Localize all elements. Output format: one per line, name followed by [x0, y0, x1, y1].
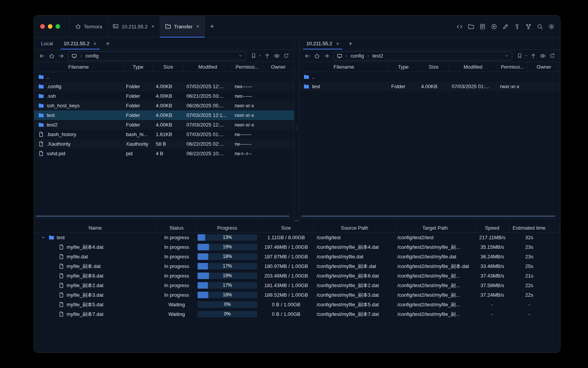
caret-down-icon[interactable]: [524, 54, 528, 58]
column-header[interactable]: Type: [389, 62, 418, 72]
key-icon[interactable]: [514, 23, 520, 30]
code-icon[interactable]: [456, 23, 463, 30]
record-icon[interactable]: [491, 23, 497, 30]
transfer-row[interactable]: myfile.dat In progress 18% 187.87MB / 1.…: [34, 252, 560, 261]
transfer-row[interactable]: myfile_副本7.dat Waiting 0% 0 B / 1.00GB /…: [34, 309, 560, 319]
tab-label: Transfer: [174, 24, 193, 30]
search-icon[interactable]: [537, 23, 543, 30]
transfer-row[interactable]: myfile_副本2.dat In progress 17% 181.43MB …: [34, 281, 560, 290]
new-tab-button[interactable]: +: [345, 38, 356, 49]
file-row[interactable]: .ssh Folder 4.00KB 06/21/2025 03:... rwx…: [34, 91, 294, 101]
tab-remote-host[interactable]: 10.211.55.2 ×: [58, 38, 102, 49]
breadcrumb[interactable]: config: [68, 51, 246, 61]
eye-button[interactable]: [538, 51, 547, 60]
transfer-row[interactable]: myfile_副本3.dat In progress 18% 189.52MB …: [34, 290, 560, 300]
tab-remote-host[interactable]: 10.211.55.2 ×: [301, 38, 345, 49]
transfer-row[interactable]: myfile_副本4.dat In progress 19% 197.48MB …: [34, 242, 560, 252]
column-header[interactable]: Target Path: [395, 223, 475, 232]
file-permissions: rwx------: [232, 84, 263, 89]
column-header[interactable]: Speed: [475, 223, 509, 232]
close-tab-icon[interactable]: ×: [93, 41, 96, 46]
file-row[interactable]: ..: [34, 72, 294, 82]
tab-termora[interactable]: Termora: [69, 16, 108, 37]
home-button[interactable]: [312, 51, 321, 60]
horizontal-scrollbar[interactable]: [36, 215, 289, 217]
file-row[interactable]: test2 Folder 4.00KB 07/03/2025 12:... rw…: [34, 120, 294, 130]
file-row[interactable]: sshd.pid pid 4 B 06/22/2025 10:... rw-r-…: [34, 149, 294, 158]
close-tab-icon[interactable]: ×: [336, 41, 339, 46]
transfer-row[interactable]: test In progress 13% 1.11GB / 8.00GB /co…: [34, 233, 560, 242]
git-branch-icon[interactable]: [525, 23, 532, 30]
tab-transfer[interactable]: Transfer ×: [160, 16, 205, 37]
column-header[interactable]: Status: [157, 223, 197, 232]
close-tab-icon[interactable]: ×: [196, 24, 199, 29]
transfer-row[interactable]: myfile_副本.dat In progress 17% 180.97MB /…: [34, 261, 560, 271]
up-directory-button[interactable]: [529, 51, 537, 60]
chevron-down-icon[interactable]: [238, 53, 243, 58]
forward-button[interactable]: [322, 51, 331, 60]
file-row[interactable]: .Xauthority Xauthority 58 B 06/22/2025 0…: [34, 139, 294, 149]
tab-host[interactable]: 10.211.55.2 ×: [108, 16, 160, 37]
close-tab-icon[interactable]: ×: [151, 24, 154, 29]
caret-down-icon[interactable]: [258, 54, 262, 58]
bookmark-button[interactable]: [515, 51, 524, 60]
settings-icon[interactable]: [548, 23, 555, 30]
column-header[interactable]: Estimated time: [509, 223, 549, 232]
chevron-down-icon[interactable]: [504, 53, 509, 58]
expand-chevron-icon[interactable]: [39, 235, 46, 240]
transfer-row[interactable]: myfile_副本6.dat In progress 19% 203.48MB …: [34, 271, 560, 281]
column-header[interactable]: Size: [153, 62, 184, 72]
breadcrumb[interactable]: config test2: [333, 51, 512, 61]
file-name: ..: [312, 74, 315, 80]
column-header[interactable]: Permissi...: [232, 62, 263, 72]
column-header[interactable]: Owner: [263, 62, 294, 72]
eye-button[interactable]: [272, 51, 281, 60]
column-header[interactable]: Filename: [34, 62, 123, 72]
column-header[interactable]: Name: [34, 223, 157, 232]
refresh-button[interactable]: [282, 51, 291, 60]
folder-icon[interactable]: [468, 23, 474, 30]
column-header[interactable]: Size: [418, 62, 449, 72]
minimize-window-button[interactable]: [48, 24, 52, 29]
breadcrumb-segment[interactable]: config: [350, 53, 364, 59]
close-window-button[interactable]: [40, 24, 45, 29]
file-row[interactable]: test Folder 4.00KB 07/03/2025 01:... rwx…: [299, 82, 560, 91]
home-button[interactable]: [47, 51, 56, 60]
column-header[interactable]: Modified: [449, 62, 497, 72]
up-directory-button[interactable]: [263, 51, 271, 60]
back-button[interactable]: [38, 51, 46, 60]
tab-local[interactable]: Local: [36, 38, 58, 49]
horizontal-scrollbar[interactable]: [301, 215, 555, 217]
file-row[interactable]: test Folder 4.00KB 07/03/2025 12:1... rw…: [34, 110, 294, 120]
column-header[interactable]: Permissi...: [497, 62, 528, 72]
column-header[interactable]: Filename: [299, 62, 389, 72]
panel-splitter[interactable]: ⋮: [294, 38, 299, 218]
file-modified: 07/02/2025 12:...: [184, 84, 232, 89]
log-icon[interactable]: [479, 23, 486, 30]
computer-icon: [71, 53, 77, 59]
column-header[interactable]: Type: [123, 62, 153, 72]
bookmark-button[interactable]: [249, 51, 258, 60]
back-button[interactable]: [303, 51, 312, 60]
file-row[interactable]: .config Folder 4.00KB 07/02/2025 12:... …: [34, 82, 294, 91]
column-header[interactable]: Progress: [197, 223, 258, 232]
file-size: 4.00KB: [153, 93, 184, 99]
column-header[interactable]: Modified: [184, 62, 232, 72]
refresh-button[interactable]: [548, 51, 557, 60]
file-row[interactable]: ssh_host_keys Folder 4.00KB 06/26/2025 0…: [34, 101, 294, 110]
file-row[interactable]: .bash_history bash_hi... 1.61KB 07/03/20…: [34, 130, 294, 139]
new-tab-button[interactable]: +: [102, 38, 114, 49]
file-row[interactable]: ..: [299, 72, 560, 82]
breadcrumb-segment[interactable]: test2: [372, 53, 384, 59]
new-tab-button[interactable]: +: [205, 16, 220, 37]
transfer-splitter[interactable]: •••: [34, 219, 560, 223]
column-header[interactable]: Owner: [528, 62, 560, 72]
progress-percentage: 18%: [198, 292, 257, 298]
edit-icon[interactable]: [502, 23, 509, 30]
breadcrumb-segment[interactable]: config: [85, 53, 99, 59]
column-header[interactable]: Source Path: [314, 223, 395, 232]
column-header[interactable]: Size: [258, 223, 314, 232]
forward-button[interactable]: [57, 51, 65, 60]
zoom-window-button[interactable]: [56, 24, 60, 29]
transfer-row[interactable]: myfile_副本5.dat Waiting 0% 0 B / 1.00GB /…: [34, 300, 560, 309]
